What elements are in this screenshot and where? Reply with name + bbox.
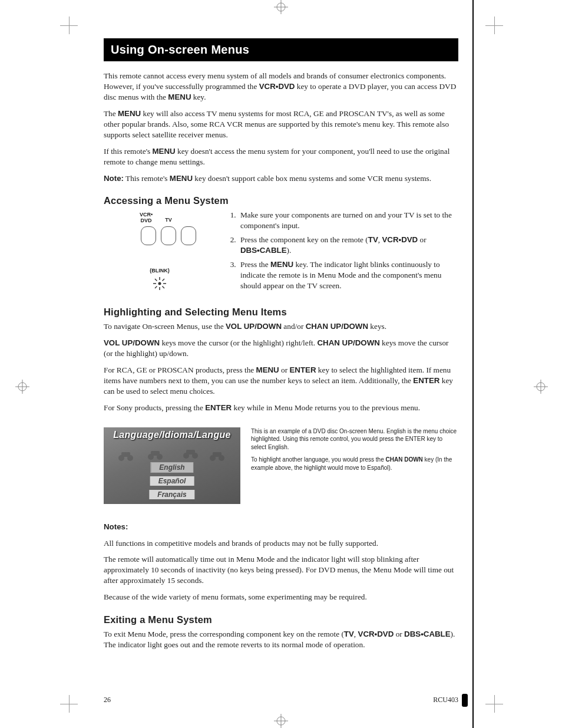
svg-line-17 — [155, 279, 157, 281]
step-item: Press the component key on the remote (T… — [238, 235, 458, 256]
svg-line-19 — [163, 279, 165, 281]
svg-line-18 — [163, 286, 165, 289]
crop-mark-icon — [485, 695, 503, 713]
notes-heading: Notes: — [104, 522, 458, 532]
registration-mark-icon — [274, 0, 288, 14]
step-item: Press the MENU key. The indicator light … — [238, 259, 458, 291]
caption-text: To highlight another language, you would… — [251, 456, 458, 472]
page-number: 26 — [104, 696, 111, 704]
body-text: The MENU key will also access TV menu sy… — [104, 108, 458, 140]
crop-mark-icon — [60, 695, 78, 713]
svg-rect-23 — [121, 452, 130, 457]
document-page: Using On-screen Menus This remote cannot… — [0, 0, 562, 728]
svg-point-12 — [158, 282, 161, 285]
step-item: Make sure your components are turned on … — [238, 210, 458, 231]
subheading-accessing: Accessing a Menu System — [104, 195, 458, 206]
note-text: Note: This remote's MENU key doesn't sup… — [104, 173, 458, 184]
diagram-label: VCR• DVD — [137, 212, 155, 224]
blink-indicator-icon — [104, 276, 216, 294]
body-text: This remote cannot access every menu sys… — [104, 71, 458, 103]
dvd-example-row: Language/Idioma/Langue English Español F… — [104, 427, 458, 504]
crop-mark-icon — [60, 17, 78, 34]
svg-line-20 — [155, 286, 157, 289]
page-border — [472, 0, 474, 728]
dvd-menu-screenshot: Language/Idioma/Langue English Español F… — [104, 427, 240, 504]
registration-mark-icon — [274, 714, 288, 728]
remote-button-icon — [161, 226, 176, 245]
remote-button-icon — [181, 226, 196, 245]
dvd-option-francais: Français — [149, 490, 194, 499]
svg-rect-32 — [213, 452, 222, 457]
motorcycles-icon — [110, 445, 227, 463]
body-text: For RCA, GE or PROSCAN products, press t… — [104, 365, 458, 397]
page-tab-icon — [462, 694, 468, 707]
dvd-option-espanol: Español — [150, 476, 194, 486]
registration-mark-icon — [15, 380, 29, 394]
accessing-content: VCR• DVD TV (BLINK) — [104, 210, 458, 295]
svg-rect-29 — [186, 450, 195, 454]
body-text: To exit Menu Mode, press the correspondi… — [104, 629, 458, 650]
subheading-highlighting: Highlighting and Selecting Menu Items — [104, 307, 458, 318]
example-caption: This is an example of a DVD disc On-scre… — [251, 427, 458, 504]
blink-label: (BLINK) — [104, 268, 216, 274]
remote-button-icon — [141, 226, 156, 245]
dvd-menu-title: Language/Idioma/Langue — [104, 430, 240, 440]
body-text: For Sony products, pressing the ENTER ke… — [104, 403, 458, 413]
model-number: RCU403 — [433, 696, 458, 704]
body-text: VOL UP/DOWN keys move the cursor (or the… — [104, 338, 458, 359]
body-text: If this remote's MENU key doesn't access… — [104, 146, 458, 167]
dvd-option-english: English — [151, 463, 193, 472]
crop-mark-icon — [485, 17, 503, 34]
body-text: The remote will automatically time out i… — [104, 554, 458, 586]
svg-rect-26 — [151, 451, 160, 456]
subheading-exiting: Exiting a Menu System — [104, 614, 458, 625]
section-header: Using On-screen Menus — [104, 38, 458, 61]
caption-text: This is an example of a DVD disc On-scre… — [251, 427, 458, 452]
steps-list: Make sure your components are turned on … — [227, 210, 458, 295]
body-text: All functions in competitive models and … — [104, 538, 458, 549]
body-text: Because of the wide variety of menu form… — [104, 592, 458, 602]
page-footer: 26 RCU403 — [104, 696, 458, 704]
body-text: To navigate On-screen Menus, use the VOL… — [104, 321, 458, 332]
remote-diagram: VCR• DVD TV (BLINK) — [104, 210, 216, 295]
diagram-label: TV — [160, 212, 177, 224]
registration-mark-icon — [534, 380, 548, 394]
